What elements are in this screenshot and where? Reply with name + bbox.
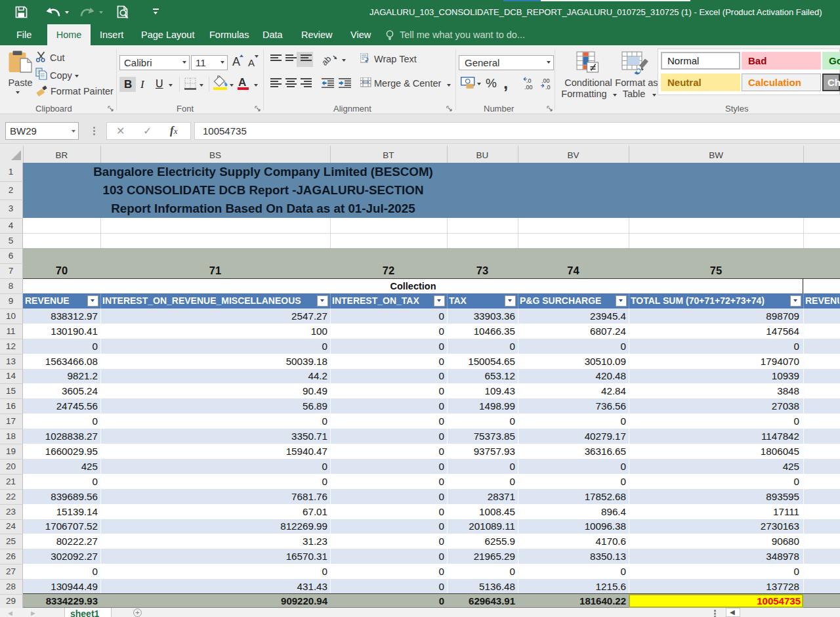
svg-text:.0: .0 xyxy=(526,77,532,84)
svg-text:.00: .00 xyxy=(524,84,533,90)
svg-text:.0: .0 xyxy=(545,84,551,90)
svg-text:.00: .00 xyxy=(541,77,550,84)
svg-text:ab: ab xyxy=(323,54,333,66)
